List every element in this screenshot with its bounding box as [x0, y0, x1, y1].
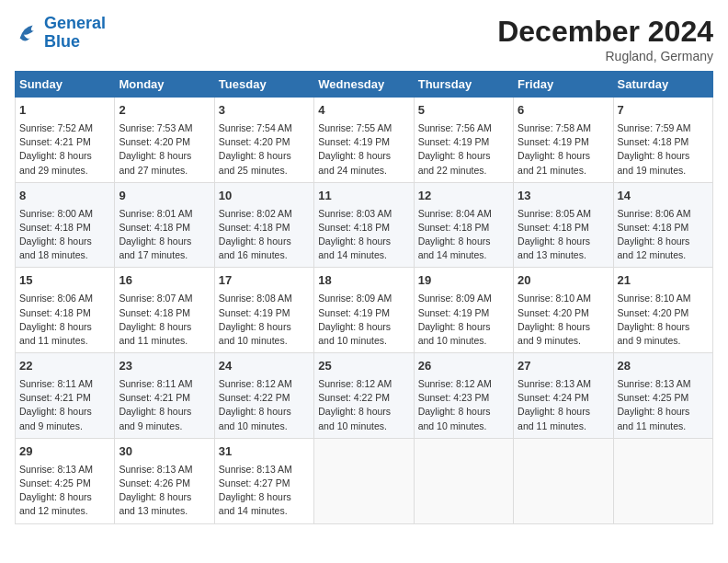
- day-number: 5: [418, 102, 509, 120]
- calendar-cell: 14Sunrise: 8:06 AMSunset: 4:18 PMDayligh…: [613, 182, 712, 268]
- cell-info-line: Sunset: 4:18 PM: [618, 135, 709, 149]
- calendar-week-row: 29Sunrise: 8:13 AMSunset: 4:25 PMDayligh…: [16, 438, 713, 523]
- cell-info-line: and 25 minutes.: [219, 164, 310, 178]
- cell-info-line: Sunset: 4:19 PM: [318, 306, 409, 320]
- cell-info-line: Sunrise: 8:10 AM: [618, 292, 709, 305]
- cell-info-line: Daylight: 8 hours: [119, 490, 210, 504]
- cell-info-line: Sunrise: 8:09 AM: [318, 292, 409, 305]
- cell-info-line: Sunset: 4:18 PM: [318, 221, 409, 235]
- day-number: 18: [318, 272, 409, 290]
- calendar-cell: 13Sunrise: 8:05 AMSunset: 4:18 PMDayligh…: [514, 182, 613, 268]
- cell-info-line: Sunset: 4:19 PM: [518, 135, 609, 149]
- cell-info-line: Sunrise: 7:56 AM: [418, 121, 509, 135]
- cell-info-line: Sunset: 4:27 PM: [219, 477, 310, 490]
- cell-info-line: Daylight: 8 hours: [418, 235, 509, 248]
- cell-info-line: Sunset: 4:18 PM: [518, 221, 609, 235]
- cell-info-line: Daylight: 8 hours: [119, 149, 210, 163]
- calendar-cell: 6Sunrise: 7:58 AMSunset: 4:19 PMDaylight…: [514, 98, 613, 183]
- cell-info-line: and 11 minutes.: [518, 419, 609, 433]
- weekday-header-cell: Sunday: [16, 72, 115, 98]
- cell-info-line: Sunrise: 7:58 AM: [518, 121, 609, 135]
- day-number: 6: [518, 102, 609, 120]
- calendar-cell: 17Sunrise: 8:08 AMSunset: 4:19 PMDayligh…: [214, 268, 313, 353]
- day-number: 28: [618, 358, 709, 375]
- cell-info-line: and 10 minutes.: [318, 419, 409, 433]
- cell-info-line: Sunrise: 8:01 AM: [119, 207, 210, 221]
- cell-info-line: Sunset: 4:21 PM: [19, 135, 110, 149]
- calendar-week-row: 22Sunrise: 8:11 AMSunset: 4:21 PMDayligh…: [16, 353, 713, 439]
- cell-info-line: Sunrise: 8:06 AM: [19, 292, 110, 305]
- calendar-cell: 21Sunrise: 8:10 AMSunset: 4:20 PMDayligh…: [613, 268, 712, 353]
- cell-info-line: Sunset: 4:19 PM: [219, 306, 310, 320]
- calendar-cell: 27Sunrise: 8:13 AMSunset: 4:24 PMDayligh…: [514, 353, 613, 439]
- cell-info-line: Daylight: 8 hours: [618, 405, 709, 419]
- day-number: 16: [119, 272, 210, 290]
- weekday-header-row: SundayMondayTuesdayWednesdayThursdayFrid…: [16, 72, 713, 98]
- cell-info-line: Daylight: 8 hours: [318, 405, 409, 419]
- calendar-cell: 29Sunrise: 8:13 AMSunset: 4:25 PMDayligh…: [16, 438, 115, 523]
- logo: General Blue: [15, 15, 106, 52]
- cell-info-line: Daylight: 8 hours: [618, 320, 709, 334]
- calendar-cell: 8Sunrise: 8:00 AMSunset: 4:18 PMDaylight…: [16, 182, 115, 268]
- cell-info-line: Sunset: 4:18 PM: [119, 221, 210, 235]
- cell-info-line: and 9 minutes.: [119, 419, 210, 433]
- calendar-cell: 20Sunrise: 8:10 AMSunset: 4:20 PMDayligh…: [514, 268, 613, 353]
- cell-info-line: and 14 minutes.: [418, 248, 509, 262]
- cell-info-line: and 12 minutes.: [618, 248, 709, 262]
- cell-info-line: and 12 minutes.: [19, 504, 110, 518]
- cell-info-line: Sunset: 4:22 PM: [219, 391, 310, 405]
- cell-info-line: Sunset: 4:21 PM: [119, 391, 210, 405]
- calendar-cell: 26Sunrise: 8:12 AMSunset: 4:23 PMDayligh…: [414, 353, 513, 439]
- calendar-cell: 12Sunrise: 8:04 AMSunset: 4:18 PMDayligh…: [414, 182, 513, 268]
- cell-info-line: Sunrise: 7:53 AM: [119, 121, 210, 135]
- day-number: 25: [318, 358, 409, 375]
- calendar-cell: 19Sunrise: 8:09 AMSunset: 4:19 PMDayligh…: [414, 268, 513, 353]
- cell-info-line: and 10 minutes.: [219, 334, 310, 348]
- day-number: 31: [219, 443, 310, 461]
- day-number: 11: [318, 188, 409, 205]
- cell-info-line: and 27 minutes.: [119, 164, 210, 178]
- calendar-cell: [414, 438, 513, 523]
- cell-info-line: Sunrise: 8:12 AM: [219, 377, 310, 391]
- day-number: 17: [219, 272, 310, 290]
- cell-info-line: Daylight: 8 hours: [219, 235, 310, 248]
- cell-info-line: Sunset: 4:20 PM: [518, 306, 609, 320]
- calendar-cell: 16Sunrise: 8:07 AMSunset: 4:18 PMDayligh…: [115, 268, 214, 353]
- weekday-header-cell: Saturday: [613, 72, 712, 98]
- day-number: 12: [418, 188, 509, 205]
- cell-info-line: Daylight: 8 hours: [518, 149, 609, 163]
- cell-info-line: and 24 minutes.: [318, 164, 409, 178]
- cell-info-line: Daylight: 8 hours: [418, 320, 509, 334]
- cell-info-line: Sunrise: 8:10 AM: [518, 292, 609, 305]
- cell-info-line: and 17 minutes.: [119, 248, 210, 262]
- cell-info-line: Sunrise: 8:08 AM: [219, 292, 310, 305]
- cell-info-line: Sunset: 4:21 PM: [19, 391, 110, 405]
- cell-info-line: Daylight: 8 hours: [318, 235, 409, 248]
- day-number: 4: [318, 102, 409, 120]
- day-number: 13: [518, 188, 609, 205]
- calendar-cell: 18Sunrise: 8:09 AMSunset: 4:19 PMDayligh…: [314, 268, 414, 353]
- cell-info-line: Sunset: 4:25 PM: [618, 391, 709, 405]
- cell-info-line: and 9 minutes.: [19, 419, 110, 433]
- calendar-cell: [514, 438, 613, 523]
- calendar-cell: 10Sunrise: 8:02 AMSunset: 4:18 PMDayligh…: [214, 182, 313, 268]
- cell-info-line: Sunrise: 8:12 AM: [318, 377, 409, 391]
- cell-info-line: and 16 minutes.: [219, 248, 310, 262]
- weekday-header-cell: Friday: [514, 72, 613, 98]
- cell-info-line: Sunrise: 8:13 AM: [219, 463, 310, 477]
- cell-info-line: and 13 minutes.: [119, 504, 210, 518]
- day-number: 15: [19, 272, 110, 290]
- calendar-cell: 11Sunrise: 8:03 AMSunset: 4:18 PMDayligh…: [314, 182, 414, 268]
- cell-info-line: Daylight: 8 hours: [119, 320, 210, 334]
- cell-info-line: Sunset: 4:18 PM: [219, 221, 310, 235]
- cell-info-line: Sunset: 4:20 PM: [119, 135, 210, 149]
- day-number: 8: [19, 188, 110, 205]
- weekday-header-cell: Thursday: [414, 72, 513, 98]
- calendar-cell: 1Sunrise: 7:52 AMSunset: 4:21 PMDaylight…: [16, 98, 115, 183]
- cell-info-line: Daylight: 8 hours: [318, 149, 409, 163]
- day-number: 1: [19, 102, 110, 120]
- cell-info-line: Sunset: 4:18 PM: [418, 221, 509, 235]
- day-number: 19: [418, 272, 509, 290]
- cell-info-line: Sunset: 4:23 PM: [418, 391, 509, 405]
- cell-info-line: Sunset: 4:25 PM: [19, 477, 110, 490]
